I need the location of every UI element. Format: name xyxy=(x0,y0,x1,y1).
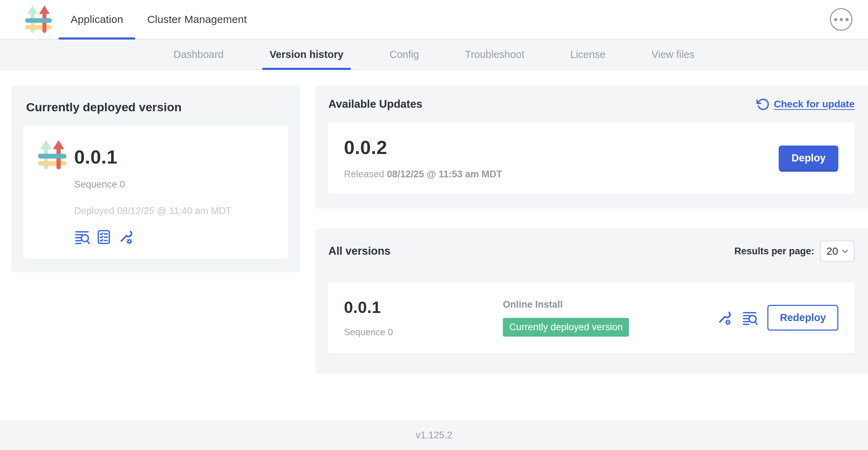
app-logo-icon xyxy=(36,138,69,172)
results-per-page-value: 20 xyxy=(826,245,838,257)
top-tab-application[interactable]: Application xyxy=(59,0,135,39)
deployed-version-panel: 0.0.1 Sequence 0 Deployed 08/12/25 @ 11:… xyxy=(23,125,288,259)
menu-dot xyxy=(834,18,837,21)
top-tab-label: Application xyxy=(71,13,123,25)
tab-config[interactable]: Config xyxy=(367,40,442,69)
config-settings-icon[interactable] xyxy=(118,229,133,245)
tab-license[interactable]: License xyxy=(547,40,629,69)
tab-dashboard[interactable]: Dashboard xyxy=(150,40,246,69)
view-logs-icon[interactable] xyxy=(74,229,90,245)
active-tab-underline xyxy=(262,68,351,70)
deployed-sequence: Sequence 0 xyxy=(74,179,232,190)
menu-dot xyxy=(845,18,849,21)
currently-deployed-badge: Currently deployed version xyxy=(503,318,629,337)
currently-deployed-title: Currently deployed version xyxy=(26,100,288,114)
version-row: 0.0.1 Sequence 0 Online Install Currentl… xyxy=(328,282,855,353)
version-row-version-column: 0.0.1 Sequence 0 xyxy=(344,298,503,338)
all-versions-card: All versions Results per page: 20 0.0.1 … xyxy=(315,229,868,374)
update-version-number: 0.0.2 xyxy=(344,136,502,158)
check-for-update-link[interactable]: Check for update xyxy=(756,97,855,111)
available-updates-card: Available Updates Check for update 0.0.2… xyxy=(315,85,868,209)
redeploy-button[interactable]: Redeploy xyxy=(767,305,838,331)
deployed-version-details: 0.0.1 Sequence 0 Deployed 08/12/25 @ 11:… xyxy=(74,138,232,245)
console-footer: v1.125.2 xyxy=(0,420,868,450)
sub-tab-label: Troubleshoot xyxy=(465,49,524,60)
version-row-actions: Redeploy xyxy=(717,305,838,331)
chevron-down-icon xyxy=(840,247,850,256)
deployed-version-number: 0.0.1 xyxy=(74,146,232,168)
right-column: Available Updates Check for update 0.0.2… xyxy=(315,85,868,374)
tab-troubleshoot[interactable]: Troubleshoot xyxy=(442,40,547,69)
console-version: v1.125.2 xyxy=(416,430,452,441)
refresh-icon xyxy=(756,97,769,111)
app-logo-icon xyxy=(23,4,54,35)
results-per-page: Results per page: 20 xyxy=(734,241,855,262)
available-updates-title: Available Updates xyxy=(328,98,422,111)
released-date: 08/12/25 @ 11:53 am MDT xyxy=(387,169,503,179)
main-content: Currently deployed version 0.0.1 Sequenc… xyxy=(0,70,868,420)
view-logs-icon[interactable] xyxy=(742,310,757,326)
ellipsis-menu-icon[interactable] xyxy=(830,8,852,31)
update-version-details: 0.0.2 Released 08/12/25 @ 11:53 am MDT xyxy=(344,136,502,180)
top-navigation: Application Cluster Management xyxy=(0,0,868,40)
deployed-timestamp: Deployed 08/12/25 @ 11:40 am MDT xyxy=(74,206,232,217)
deploy-button[interactable]: Deploy xyxy=(779,146,838,171)
config-settings-icon[interactable] xyxy=(717,310,732,326)
sub-tab-label: License xyxy=(570,49,606,60)
available-updates-header: Available Updates Check for update xyxy=(328,97,855,111)
row-version-number: 0.0.1 xyxy=(344,298,503,317)
update-released-timestamp: Released 08/12/25 @ 11:53 am MDT xyxy=(344,169,502,180)
results-per-page-label: Results per page: xyxy=(734,246,814,257)
tab-view-files[interactable]: View files xyxy=(629,40,718,69)
check-for-update-label: Check for update xyxy=(774,99,855,110)
version-row-status-column: Online Install Currently deployed versio… xyxy=(503,299,717,337)
top-tab-label: Cluster Management xyxy=(147,13,247,25)
deployed-action-icons xyxy=(74,229,232,245)
tab-version-history[interactable]: Version history xyxy=(246,40,367,69)
sub-tab-label: Config xyxy=(390,49,419,60)
app-sub-navigation: Dashboard Version history Config Trouble… xyxy=(0,40,868,70)
sub-tab-label: View files xyxy=(652,49,695,60)
update-version-panel: 0.0.2 Released 08/12/25 @ 11:53 am MDT D… xyxy=(328,122,855,194)
install-type-label: Online Install xyxy=(503,299,717,310)
row-sequence: Sequence 0 xyxy=(344,327,503,338)
active-tab-underline xyxy=(59,37,135,40)
released-prefix: Released xyxy=(344,169,387,179)
version-row-action-icons xyxy=(717,310,757,326)
all-versions-header: All versions Results per page: 20 xyxy=(328,241,855,262)
all-versions-title: All versions xyxy=(328,245,391,257)
currently-deployed-card: Currently deployed version 0.0.1 Sequenc… xyxy=(11,85,300,272)
sub-tab-label: Version history xyxy=(269,49,344,60)
menu-dot xyxy=(840,18,843,21)
sub-tab-label: Dashboard xyxy=(173,49,224,60)
top-tab-cluster-management[interactable]: Cluster Management xyxy=(135,0,259,39)
preflight-checks-icon[interactable] xyxy=(96,229,112,245)
results-per-page-select[interactable]: 20 xyxy=(820,241,855,262)
